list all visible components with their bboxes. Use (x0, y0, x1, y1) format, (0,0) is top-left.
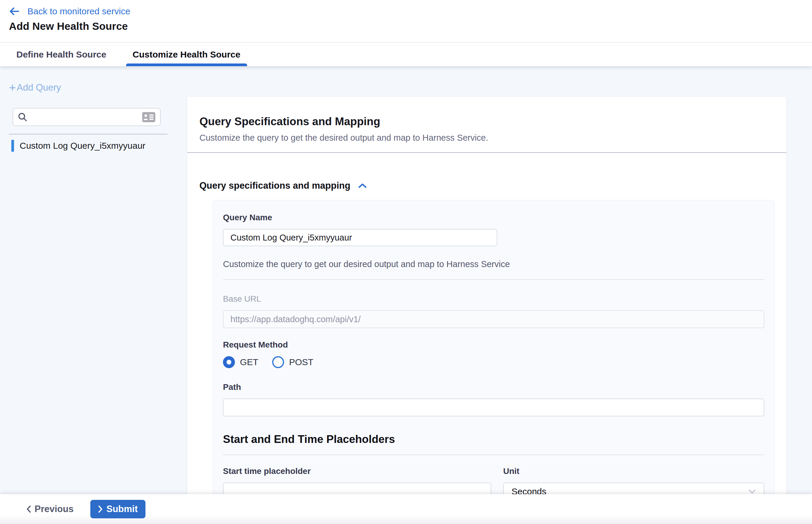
search-input[interactable] (28, 109, 142, 125)
request-method-radio-group: GET POST (223, 356, 764, 368)
top-header: Back to monitored service Add New Health… (0, 0, 812, 42)
card-view-icon[interactable] (142, 112, 156, 122)
chevron-left-icon (26, 505, 31, 513)
plus-icon: + (9, 83, 16, 92)
query-specifications-card: Query Specifications and Mapping Customi… (187, 97, 786, 524)
path-input[interactable] (223, 398, 764, 416)
card-subtitle: Customize the query to get the desired o… (199, 133, 774, 143)
query-name-helper-text: Customize the query to get our desired o… (223, 259, 764, 269)
card-header-divider (187, 152, 786, 153)
page-title: Add New Health Source (9, 20, 812, 32)
radio-get-label: GET (240, 357, 258, 367)
time-placeholders-heading: Start and End Time Placeholders (223, 433, 764, 446)
selected-indicator-bar (11, 140, 14, 152)
query-search-box (13, 108, 161, 126)
search-icon (18, 112, 28, 122)
back-to-monitored-service[interactable]: Back to monitored service (9, 5, 812, 18)
submit-button[interactable]: Submit (90, 500, 145, 518)
previous-button-label: Previous (35, 504, 74, 514)
query-form-panel: Query Name Customize the query to get ou… (213, 200, 775, 513)
radio-unselected-icon[interactable] (272, 356, 284, 368)
base-url-label: Base URL (223, 294, 764, 304)
tab-define-health-source[interactable]: Define Health Source (16, 43, 107, 66)
section-header: Query specifications and mapping (199, 180, 774, 191)
query-item-label: Custom Log Query_i5xmyyuaur (20, 141, 145, 151)
content-area: + Add Query (0, 66, 812, 524)
card-header: Query Specifications and Mapping Customi… (187, 97, 786, 143)
radio-post-label: POST (289, 357, 313, 367)
tab-customize-health-source[interactable]: Customize Health Source (133, 43, 241, 66)
back-arrow-icon (9, 6, 20, 16)
path-label: Path (223, 382, 764, 392)
footer-action-bar: Previous Submit (0, 494, 812, 524)
radio-selected-icon[interactable] (223, 356, 235, 368)
collapse-section-button[interactable] (358, 183, 367, 189)
query-name-input[interactable] (223, 229, 497, 246)
tab-bar: Define Health Source Customize Health So… (0, 42, 812, 66)
form-divider-1 (223, 279, 764, 280)
card-body: Query specifications and mapping Query N… (187, 180, 786, 513)
query-name-label: Query Name (223, 213, 764, 222)
add-query-label: Add Query (17, 82, 61, 93)
chevron-down-icon (748, 489, 756, 494)
start-time-label: Start time placeholder (223, 466, 491, 476)
query-sidebar: + Add Query (0, 66, 187, 153)
section-title: Query specifications and mapping (199, 180, 350, 191)
chevron-right-icon (98, 505, 103, 513)
back-link[interactable]: Back to monitored service (28, 6, 130, 16)
radio-option-get[interactable]: GET (223, 356, 258, 368)
query-list-item[interactable]: Custom Log Query_i5xmyyuaur (11, 138, 187, 153)
page: Back to monitored service Add New Health… (0, 0, 812, 524)
unit-label: Unit (503, 466, 764, 476)
add-query-button[interactable]: + Add Query (9, 82, 61, 93)
submit-button-label: Submit (107, 504, 138, 514)
previous-button[interactable]: Previous (26, 504, 74, 514)
card-title: Query Specifications and Mapping (199, 115, 774, 128)
form-divider-2 (223, 455, 764, 455)
chevron-up-icon (358, 183, 367, 189)
sidebar-divider (9, 134, 167, 134)
request-method-label: Request Method (223, 340, 764, 350)
base-url-input (223, 310, 764, 328)
radio-option-post[interactable]: POST (272, 356, 313, 368)
